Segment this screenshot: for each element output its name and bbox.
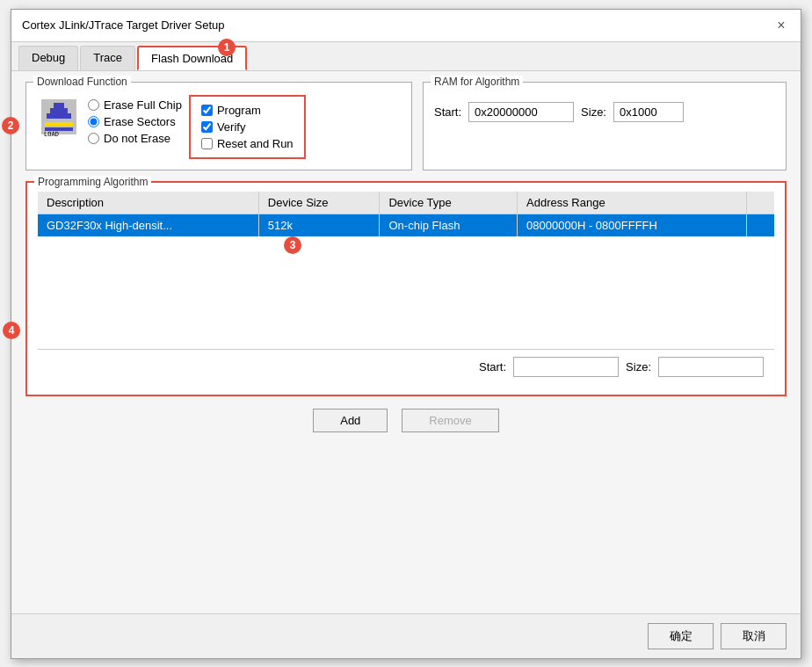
checkbox-verify[interactable]: Verify (201, 120, 294, 134)
ram-size-label: Size: (581, 105, 606, 119)
algo-table-area: Description Device Size Device Type Addr… (38, 192, 774, 350)
tab-flash-download[interactable]: Flash Download 1 (137, 46, 247, 70)
prog-algo-label: Programming Algorithm (34, 176, 151, 188)
add-button[interactable]: Add (313, 409, 388, 432)
ram-for-algorithm-group: RAM for Algorithm Start: Size: (423, 82, 787, 170)
algo-table: Description Device Size Device Type Addr… (38, 192, 774, 236)
col-empty (746, 192, 774, 214)
checkbox-verify-input[interactable] (201, 121, 213, 133)
tab-trace[interactable]: Trace (80, 46, 135, 70)
ram-label: RAM for Algorithm (431, 76, 523, 88)
col-device-size: Device Size (258, 192, 380, 214)
col-device-type: Device Type (380, 192, 518, 214)
dialog-title: Cortex JLink/JTrace Target Driver Setup (22, 18, 224, 32)
algo-size-label: Size: (626, 360, 651, 373)
ram-row: Start: Size: (434, 102, 775, 122)
table-row[interactable]: GD32F30x High-densit... 512k On-chip Fla… (38, 214, 774, 236)
ram-start-input[interactable] (468, 102, 574, 122)
svg-text:LOAD: LOAD (44, 131, 59, 136)
radio-erase-sectors[interactable]: Erase Sectors (88, 115, 182, 128)
remove-button[interactable]: Remove (402, 409, 498, 432)
algo-size-input[interactable] (658, 357, 764, 377)
dialog-content: Download Function 2 (11, 71, 801, 613)
ok-button[interactable]: 确定 (648, 623, 714, 649)
action-checkbox-group: Program Verify Reset and Run (189, 95, 306, 159)
erase-radio-group: Erase Full Chip Erase Sectors Do not Era… (88, 95, 182, 159)
title-bar: Cortex JLink/JTrace Target Driver Setup … (11, 10, 801, 42)
annotation-4: 4 (3, 322, 20, 339)
programming-algorithm-group: Programming Algorithm Description Device… (25, 181, 787, 396)
cell-address-range: 08000000H - 0800FFFFH (518, 214, 747, 236)
ram-start-label: Start: (434, 105, 461, 119)
table-header-row: Description Device Size Device Type Addr… (38, 192, 774, 214)
checkbox-program-input[interactable] (201, 105, 213, 116)
add-remove-row: Add Remove (25, 409, 787, 432)
download-function-group: Download Function 2 (25, 82, 412, 170)
algo-start-size-row: Start: Size: (38, 350, 774, 384)
radio-erase-full-chip[interactable]: Erase Full Chip (88, 98, 182, 112)
annotation-1: 1 (218, 39, 236, 56)
cell-empty (746, 214, 774, 236)
load-icon: LOAD (37, 95, 81, 139)
annotation-3: 3 (284, 236, 301, 254)
cell-device-type: On-chip Flash (380, 214, 518, 236)
radio-erase-sectors-input[interactable] (88, 116, 99, 127)
radio-do-not-erase-input[interactable] (88, 133, 99, 144)
dialog-window: Cortex JLink/JTrace Target Driver Setup … (11, 9, 801, 659)
radio-erase-full-chip-input[interactable] (88, 99, 99, 111)
tab-bar: Debug Trace Flash Download 1 (11, 42, 801, 71)
checkbox-program[interactable]: Program (201, 104, 294, 117)
checkbox-reset-run[interactable]: Reset and Run (201, 137, 294, 150)
ram-size-input[interactable] (613, 102, 684, 122)
cell-device-size: 512k (258, 214, 380, 236)
annotation-2: 2 (2, 117, 19, 134)
svg-rect-4 (45, 122, 73, 126)
tab-debug[interactable]: Debug (18, 46, 78, 70)
cell-description: GD32F30x High-densit... (38, 214, 258, 236)
svg-rect-3 (47, 113, 71, 119)
checkbox-reset-run-input[interactable] (201, 138, 213, 149)
radio-do-not-erase[interactable]: Do not Erase (88, 132, 182, 145)
download-function-label: Download Function (33, 76, 131, 88)
col-description: Description (38, 192, 258, 214)
top-sections: Download Function 2 (25, 82, 787, 170)
df-inner: LOAD Erase Full Chip Erase Sectors (37, 95, 401, 159)
algo-start-input[interactable] (513, 357, 619, 377)
cancel-button[interactable]: 取消 (721, 623, 787, 649)
algo-start-label: Start: (479, 360, 506, 373)
col-address-range: Address Range (518, 192, 747, 214)
dialog-footer: 确定 取消 (11, 613, 801, 658)
close-button[interactable]: × (772, 17, 790, 34)
